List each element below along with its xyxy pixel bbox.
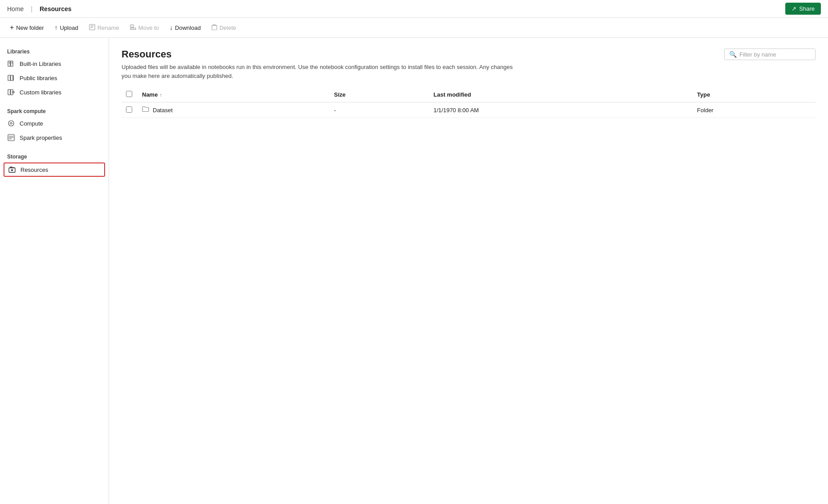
th-size: Size — [329, 87, 429, 102]
row-checkbox[interactable] — [126, 106, 132, 113]
svg-rect-3 — [130, 24, 134, 27]
row-name: Dataset — [153, 107, 173, 114]
title-desc-block: Resources Uploaded files will be availab… — [122, 49, 522, 80]
th-checkbox — [122, 87, 138, 102]
svg-point-29 — [11, 169, 13, 171]
delete-button[interactable]: Delete — [207, 22, 241, 34]
page-description: Uploaded files will be available in note… — [122, 63, 522, 80]
sidebar-item-custom[interactable]: Custom libraries — [0, 85, 109, 99]
public-icon — [7, 74, 15, 82]
table-header-row: Name ↑ Size Last modified Type — [122, 87, 816, 102]
sidebar-item-spark-properties[interactable]: Spark properties — [0, 130, 109, 145]
rename-icon — [89, 24, 95, 32]
row-checkbox-cell — [122, 102, 138, 118]
content-area: Resources Uploaded files will be availab… — [109, 38, 828, 504]
svg-point-22 — [8, 121, 14, 126]
sidebar-item-public[interactable]: Public libraries — [0, 71, 109, 85]
custom-icon — [7, 88, 15, 96]
svg-rect-1 — [90, 25, 93, 26]
folder-icon — [142, 106, 149, 114]
upload-button[interactable]: ↑ Upload — [50, 22, 82, 33]
plus-icon: + — [10, 24, 14, 32]
libraries-label: Libraries — [0, 45, 109, 57]
share-button[interactable]: ↗ Share — [785, 3, 821, 15]
sidebar-spark-properties-label: Spark properties — [20, 134, 62, 141]
sidebar-item-compute[interactable]: Compute — [0, 116, 109, 130]
svg-point-23 — [10, 122, 12, 124]
svg-rect-19 — [8, 89, 10, 95]
svg-rect-16 — [8, 75, 10, 81]
svg-rect-10 — [8, 61, 10, 66]
row-name-cell: Dataset — [138, 102, 329, 118]
row-type: Folder — [693, 102, 816, 118]
nav-breadcrumb: Home | Resources — [7, 5, 72, 12]
share-icon: ↗ — [791, 5, 796, 12]
move-to-button[interactable]: Move to — [126, 22, 163, 34]
row-last-modified: 1/1/1970 8:00 AM — [429, 102, 693, 118]
sidebar-compute-label: Compute — [20, 120, 43, 127]
search-icon: 🔍 — [729, 51, 737, 58]
file-table: Name ↑ Size Last modified Type — [122, 87, 816, 118]
download-icon: ↓ — [170, 24, 173, 31]
spark-properties-icon — [7, 134, 15, 142]
svg-rect-11 — [11, 61, 13, 66]
sidebar-public-label: Public libraries — [20, 75, 57, 81]
svg-rect-2 — [90, 27, 92, 28]
row-size: - — [329, 102, 429, 118]
page-title: Resources — [122, 49, 522, 60]
content-header: Resources Uploaded files will be availab… — [122, 49, 816, 80]
download-button[interactable]: ↓ Download — [165, 22, 205, 33]
main-layout: Libraries Built-in Libraries — [0, 38, 828, 504]
sidebar-custom-label: Custom libraries — [20, 89, 61, 96]
svg-rect-17 — [11, 75, 13, 81]
spark-label: Spark compute — [0, 105, 109, 116]
svg-rect-4 — [130, 28, 136, 29]
nav-home[interactable]: Home — [7, 5, 24, 12]
toolbar: + New folder ↑ Upload Rename Move to ↓ D… — [0, 18, 828, 38]
sidebar-item-resources[interactable]: Resources — [4, 163, 105, 177]
th-name[interactable]: Name ↑ — [138, 87, 329, 102]
sidebar-resources-label: Resources — [20, 167, 48, 173]
storage-label: Storage — [0, 150, 109, 162]
filter-input[interactable] — [739, 51, 811, 58]
new-folder-button[interactable]: + New folder — [5, 21, 48, 34]
select-all-checkbox[interactable] — [126, 91, 132, 97]
sidebar: Libraries Built-in Libraries — [0, 38, 109, 504]
rename-button[interactable]: Rename — [85, 22, 124, 34]
move-icon — [130, 24, 136, 32]
top-nav: Home | Resources ↗ Share — [0, 0, 828, 18]
compute-icon — [7, 119, 15, 127]
sidebar-item-builtin[interactable]: Built-in Libraries — [0, 57, 109, 71]
sort-asc-icon: ↑ — [159, 92, 162, 98]
th-type: Type — [693, 87, 816, 102]
filter-input-wrapper[interactable]: 🔍 — [724, 49, 816, 60]
upload-icon: ↑ — [54, 24, 57, 31]
nav-current: Resources — [40, 5, 72, 12]
trash-icon — [211, 24, 217, 32]
resources-icon — [8, 166, 16, 174]
sidebar-builtin-label: Built-in Libraries — [20, 61, 61, 67]
svg-rect-5 — [212, 25, 217, 30]
th-last-modified: Last modified — [429, 87, 693, 102]
table-row[interactable]: Dataset - 1/1/1970 8:00 AM Folder — [122, 102, 816, 118]
builtin-icon — [7, 60, 15, 68]
